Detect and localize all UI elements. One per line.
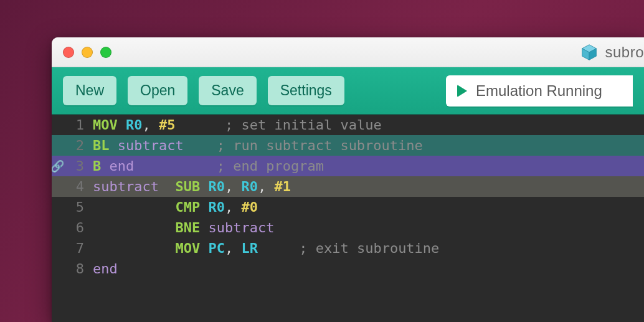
gutter-icon-cell: 🔗 [52,156,69,176]
code-token: B [93,158,101,174]
toolbar-right-group: Emulation Running [446,75,633,107]
gutter-icon-cell [52,197,69,217]
code-line[interactable]: BL subtract ; run subtract subroutine [89,135,644,156]
code-token: , [225,199,242,215]
code-line[interactable]: end [89,258,644,279]
code-token: , [143,117,159,133]
code-token: subtract [208,220,274,235]
new-button[interactable]: New [63,76,116,105]
code-token: MOV [175,240,200,256]
code-token: LR [241,240,258,256]
code-token: R0 [208,179,225,194]
line-number: 7 [69,238,89,258]
code-token: BNE [175,220,200,235]
code-token [184,138,217,153]
code-line[interactable]: MOV R0, #5 ; set initial value [89,115,644,135]
code-token [118,117,126,133]
code-token [200,220,208,235]
play-icon [457,85,467,97]
code-token: , [225,240,242,256]
code-token [101,158,109,174]
code-line[interactable]: BNE subtract [89,217,644,238]
code-token: subtract [118,138,184,153]
code-token: ; run subtract subroutine [217,138,423,153]
code-token: R0 [208,199,225,215]
toolbar: New Open Save Settings Emulation Running [52,67,644,115]
line-number: 1 [69,115,89,135]
code-token: end [110,158,135,174]
window-title: subro [580,37,644,67]
line-number: 3 [69,156,89,176]
code-token [93,220,175,235]
code-token: ; exit subroutine [299,240,439,256]
code-token [93,199,175,215]
gutter-icon-cell [52,217,69,238]
code-token [176,117,225,133]
code-token: BL [93,138,110,153]
app-cube-icon [580,43,599,62]
code-token [200,240,208,256]
code-token: R0 [126,117,143,133]
line-number-gutter: 12345678 [69,115,89,322]
gutter-icon-cell [52,115,69,135]
code-token [159,179,176,194]
code-token [200,199,208,215]
open-button[interactable]: Open [128,76,187,105]
gutter-icon-cell [52,258,69,279]
line-number: 5 [69,197,89,217]
code-token: subtract [93,179,159,194]
code-editor[interactable]: 🔗 12345678 MOV R0, #5 ; set initial valu… [52,115,644,322]
code-token: SUB [175,179,200,194]
emulation-status-panel[interactable]: Emulation Running [446,75,633,107]
gutter-icon-cell [52,135,69,156]
gutter-icon-cell [52,238,69,258]
emulation-status-text: Emulation Running [476,82,602,100]
app-window: subro New Open Save Settings Emulation R… [52,37,644,322]
code-line[interactable]: B end ; end program [89,156,644,176]
line-number: 4 [69,176,89,197]
code-line[interactable]: CMP R0, #0 [89,197,644,217]
code-token [258,240,299,256]
gutter-icon-column: 🔗 [52,115,69,322]
window-titlebar: subro [52,37,644,67]
code-token: #0 [241,199,258,215]
code-token: end [93,261,118,277]
code-token [200,179,208,194]
code-token: , [258,179,275,194]
zoom-window-button[interactable] [100,47,111,58]
code-token: #1 [274,179,291,194]
gutter-icon-cell [52,176,69,197]
code-token: MOV [93,117,118,133]
code-line[interactable]: MOV PC, LR ; exit subroutine [89,238,644,258]
code-token: , [225,179,242,194]
code-token: #5 [159,117,176,133]
code-token [93,240,175,256]
link-icon: 🔗 [52,159,64,173]
save-button[interactable]: Save [199,76,256,105]
code-token: CMP [175,199,200,215]
code-token [134,158,216,174]
window-title-text: subro [605,44,644,61]
code-token: PC [208,240,225,256]
code-area[interactable]: MOV R0, #5 ; set initial valueBL subtrac… [89,115,644,322]
line-number: 6 [69,217,89,238]
line-number: 2 [69,135,89,156]
traffic-lights [63,47,111,58]
code-line[interactable]: subtract SUB R0, R0, #1 [89,176,644,197]
close-window-button[interactable] [63,47,74,58]
code-token: ; set initial value [225,117,382,133]
code-token [110,138,118,153]
code-token: R0 [241,179,258,194]
settings-button[interactable]: Settings [268,76,344,105]
minimize-window-button[interactable] [82,47,93,58]
line-number: 8 [69,258,89,279]
code-token: ; end program [217,158,324,174]
